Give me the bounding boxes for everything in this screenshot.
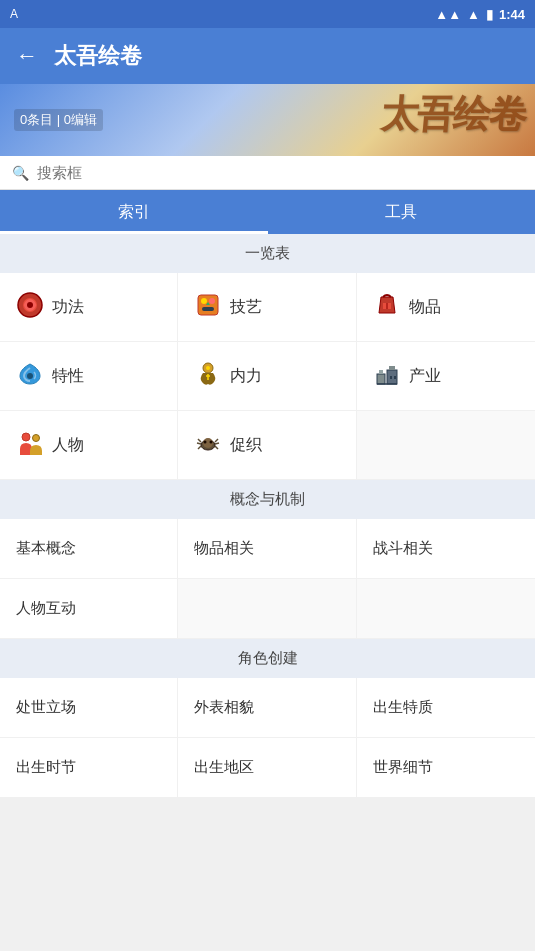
- chanye-icon: [373, 360, 401, 392]
- cell-jiyi[interactable]: 技艺: [178, 273, 356, 342]
- cell-shijiexi[interactable]: 世界细节: [357, 738, 535, 798]
- status-bar: A ▲▲ ▲ ▮ 1:44: [0, 0, 535, 28]
- svg-line-29: [215, 443, 219, 444]
- gainian-row-2: 人物互动: [0, 579, 535, 639]
- time-display: 1:44: [499, 7, 525, 22]
- svg-line-27: [198, 446, 201, 449]
- neili-label: 内力: [230, 366, 262, 387]
- svg-rect-6: [202, 307, 214, 311]
- search-input[interactable]: [37, 164, 523, 181]
- cell-texing[interactable]: 特性: [0, 342, 178, 411]
- cell-chushengtezhi[interactable]: 出生特质: [357, 678, 535, 738]
- search-icon: 🔍: [12, 165, 29, 181]
- section-header-juesechuangjian: 角色创建: [0, 639, 535, 678]
- svg-point-5: [209, 298, 215, 304]
- cell-jibengainian[interactable]: 基本概念: [0, 519, 178, 579]
- svg-rect-15: [379, 370, 383, 374]
- renwu-label: 人物: [52, 435, 84, 456]
- tab-suoyin[interactable]: 索引: [0, 190, 268, 234]
- cell-empty-2: [178, 579, 356, 639]
- tab-gongju[interactable]: 工具: [268, 190, 536, 234]
- chanye-label: 产业: [409, 366, 441, 387]
- renwu-icon: [16, 429, 44, 461]
- svg-line-30: [215, 446, 218, 449]
- battery-icon: ▮: [486, 7, 493, 22]
- texing-label: 特性: [52, 366, 84, 387]
- cell-chushengdiqu[interactable]: 出生地区: [178, 738, 356, 798]
- cuzhi-icon: [194, 429, 222, 461]
- back-button[interactable]: ←: [16, 43, 38, 69]
- juese-row-1: 处世立场 外表相貌 出生特质: [0, 678, 535, 738]
- svg-line-26: [197, 443, 201, 444]
- svg-rect-18: [390, 376, 392, 379]
- yilanbiao-row-2: 特性 内力: [0, 342, 535, 411]
- texing-icon: [16, 360, 44, 392]
- cell-empty-3: [357, 579, 535, 639]
- wupin-label: 物品: [409, 297, 441, 318]
- status-right: ▲▲ ▲ ▮ 1:44: [435, 7, 525, 22]
- cell-empty-1: [357, 411, 535, 480]
- svg-point-21: [22, 433, 30, 441]
- app-title: 太吾绘卷: [54, 41, 142, 71]
- jiyi-icon: [194, 291, 222, 323]
- jiyi-label: 技艺: [230, 297, 262, 318]
- tab-bar: 索引 工具: [0, 190, 535, 234]
- cell-zhandouxiangguan[interactable]: 战斗相关: [357, 519, 535, 579]
- svg-point-32: [210, 441, 213, 444]
- svg-rect-14: [377, 374, 385, 384]
- svg-point-22: [33, 435, 40, 442]
- signal-icon: ▲▲: [435, 7, 461, 22]
- banner-badge: 0条目 | 0编辑: [14, 109, 103, 131]
- status-carrier: A: [10, 7, 18, 21]
- neili-icon: [194, 360, 222, 392]
- wupin-icon: [373, 291, 401, 323]
- cell-gongfa[interactable]: 功法: [0, 273, 178, 342]
- cell-wupinxiangguan[interactable]: 物品相关: [178, 519, 356, 579]
- cell-chanye[interactable]: 产业: [357, 342, 535, 411]
- svg-point-4: [201, 298, 207, 304]
- cell-chushengshjie[interactable]: 出生时节: [0, 738, 178, 798]
- svg-rect-19: [394, 376, 396, 379]
- app-bar: ← 太吾绘卷: [0, 28, 535, 84]
- cell-cuzhi[interactable]: 促织: [178, 411, 356, 480]
- svg-rect-17: [389, 366, 395, 370]
- gongfa-icon: [16, 291, 44, 323]
- cell-renwu[interactable]: 人物: [0, 411, 178, 480]
- gongfa-label: 功法: [52, 297, 84, 318]
- banner: 0条目 | 0编辑 太吾绘卷: [0, 84, 535, 156]
- main-content: 一览表 功法: [0, 234, 535, 798]
- cell-renwuhudong[interactable]: 人物互动: [0, 579, 178, 639]
- svg-point-9: [27, 373, 33, 379]
- section-header-yilanbiao: 一览表: [0, 234, 535, 273]
- svg-point-11: [206, 366, 210, 370]
- cell-neili[interactable]: 内力: [178, 342, 356, 411]
- juese-row-2: 出生时节 出生地区 世界细节: [0, 738, 535, 798]
- yilanbiao-row-1: 功法 技艺: [0, 273, 535, 342]
- svg-line-25: [198, 439, 201, 442]
- svg-point-31: [204, 441, 207, 444]
- svg-point-2: [27, 302, 33, 308]
- section-header-gainian: 概念与机制: [0, 480, 535, 519]
- wifi-icon: ▲: [467, 7, 480, 22]
- svg-line-28: [215, 439, 218, 442]
- cuzhi-label: 促织: [230, 435, 262, 456]
- gainian-row-1: 基本概念 物品相关 战斗相关: [0, 519, 535, 579]
- yilanbiao-row-3: 人物 促织: [0, 411, 535, 480]
- cell-chushilichang[interactable]: 处世立场: [0, 678, 178, 738]
- banner-decor-text: 太吾绘卷: [379, 89, 527, 140]
- search-bar: 🔍: [0, 156, 535, 190]
- cell-waibiaomaomao[interactable]: 外表相貌: [178, 678, 356, 738]
- cell-wupin[interactable]: 物品: [357, 273, 535, 342]
